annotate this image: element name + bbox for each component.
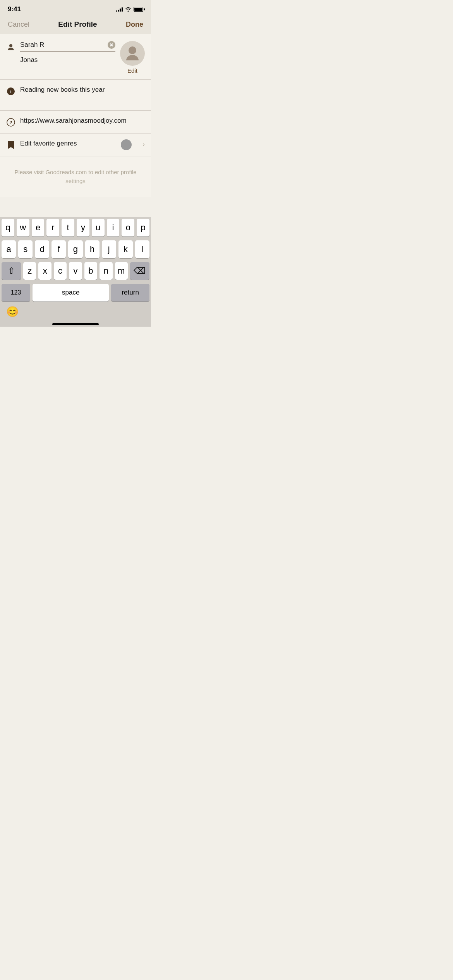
key-a[interactable]: a	[2, 240, 16, 258]
key-z[interactable]: z	[23, 262, 36, 280]
clear-first-name-button[interactable]	[108, 41, 115, 49]
key-j[interactable]: j	[102, 240, 116, 258]
avatar-area: Edit	[120, 41, 145, 74]
key-t[interactable]: t	[62, 219, 74, 236]
name-fields: Jonas	[20, 41, 115, 65]
avatar	[120, 41, 145, 66]
status-icons	[116, 7, 143, 12]
cancel-button[interactable]: Cancel	[8, 21, 29, 29]
key-u[interactable]: u	[92, 219, 105, 236]
emoji-button[interactable]: 😊	[6, 306, 19, 318]
keyboard-row-1: qwertyuiop	[0, 217, 151, 238]
last-name-field[interactable]: Jonas	[20, 55, 115, 65]
keyboard-bottom: 😊	[0, 303, 151, 321]
status-time: 9:41	[8, 5, 21, 13]
space-key[interactable]: space	[33, 284, 109, 302]
key-n[interactable]: n	[100, 262, 112, 280]
key-v[interactable]: v	[69, 262, 82, 280]
shift-key[interactable]: ⇧	[2, 262, 21, 280]
key-x[interactable]: x	[38, 262, 51, 280]
genres-label: Edit favorite genres	[20, 140, 138, 147]
page-title: Edit Profile	[58, 20, 97, 29]
first-name-row	[20, 41, 115, 51]
person-icon	[6, 43, 15, 52]
name-section: Jonas Edit	[0, 34, 151, 80]
key-e[interactable]: e	[32, 219, 45, 236]
key-l[interactable]: l	[135, 240, 149, 258]
genres-section[interactable]: Edit favorite genres ›	[0, 134, 151, 156]
chevron-right-icon: ›	[142, 140, 145, 148]
key-p[interactable]: p	[137, 219, 149, 236]
key-s[interactable]: s	[18, 240, 33, 258]
edit-photo-button[interactable]: Edit	[127, 67, 137, 74]
website-field[interactable]: https://www.sarahjonasmoodjoy.com	[20, 117, 145, 125]
svg-point-1	[129, 46, 136, 54]
svg-text:i: i	[10, 89, 12, 94]
key-q[interactable]: q	[2, 219, 14, 236]
bio-field[interactable]: Reading new books this year	[20, 86, 145, 94]
key-f[interactable]: f	[51, 240, 66, 258]
key-i[interactable]: i	[107, 219, 120, 236]
return-key[interactable]: return	[111, 284, 149, 302]
info-icon: i	[6, 87, 15, 96]
key-m[interactable]: m	[115, 262, 128, 280]
key-h[interactable]: h	[85, 240, 100, 258]
bookmark-icon	[6, 140, 15, 150]
keyboard-row-2: asdfghjkl	[0, 238, 151, 260]
key-d[interactable]: d	[35, 240, 49, 258]
nav-bar: Cancel Edit Profile Done	[0, 15, 151, 34]
key-y[interactable]: y	[77, 219, 89, 236]
svg-point-6	[10, 122, 12, 123]
key-k[interactable]: k	[118, 240, 133, 258]
svg-point-0	[9, 44, 12, 47]
key-c[interactable]: c	[54, 262, 67, 280]
key-g[interactable]: g	[68, 240, 82, 258]
bio-section: i Reading new books this year	[0, 80, 151, 111]
compass-icon	[6, 118, 15, 127]
key-o[interactable]: o	[122, 219, 134, 236]
footer-text: Please visit Goodreads.com to edit other…	[0, 156, 151, 197]
keyboard-row-4: 123 space return	[0, 282, 151, 303]
wifi-icon	[125, 7, 131, 12]
done-button[interactable]: Done	[126, 21, 143, 29]
home-indicator	[52, 323, 99, 325]
drag-handle	[121, 139, 132, 150]
keyboard-row-3: ⇧zxcvbnm⌫	[0, 260, 151, 282]
key-r[interactable]: r	[46, 219, 59, 236]
signal-icon	[116, 7, 123, 12]
backspace-key[interactable]: ⌫	[130, 262, 149, 280]
key-b[interactable]: b	[84, 262, 97, 280]
status-bar: 9:41	[0, 0, 151, 15]
key-w[interactable]: w	[17, 219, 29, 236]
keyboard: qwertyuiop asdfghjkl ⇧zxcvbnm⌫ 123 space…	[0, 217, 151, 327]
numbers-key[interactable]: 123	[2, 284, 30, 302]
battery-icon	[134, 7, 143, 12]
first-name-input[interactable]	[20, 41, 108, 49]
website-section: https://www.sarahjonasmoodjoy.com	[0, 111, 151, 134]
